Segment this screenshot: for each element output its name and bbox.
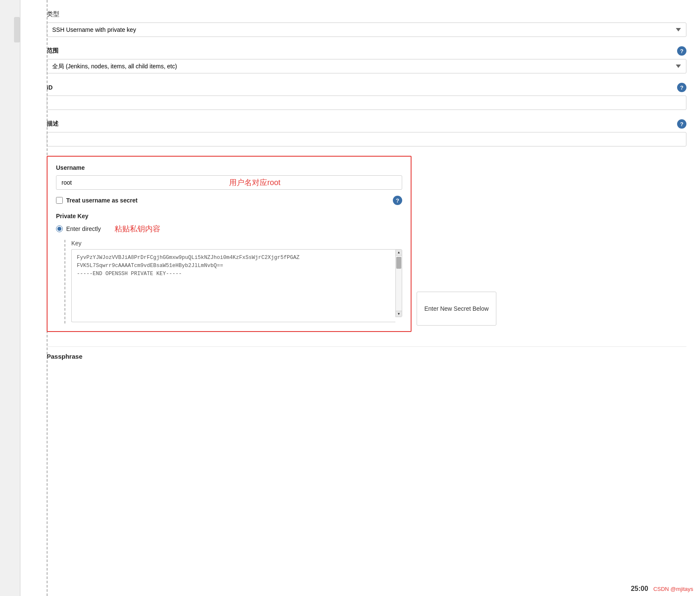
key-label: Key — [71, 240, 402, 247]
key-area-layout: FyvPzYJWJozVVBJiA8PrDrFCgjhGGmxw9puQLi5k… — [71, 249, 402, 323]
treat-as-secret-label: Treat username as secret — [66, 197, 137, 204]
status-bar: 25:00 CSDN @mjitays — [624, 582, 700, 596]
type-section: 类型 SSH Username with private keyUsername… — [47, 10, 686, 37]
passphrase-label: Passphrase — [47, 353, 686, 360]
sidebar-scrollbar-thumb[interactable] — [14, 17, 20, 42]
type-label: 类型 — [47, 10, 686, 18]
private-key-title: Private Key — [56, 213, 402, 219]
main-content: 类型 SSH Username with private keyUsername… — [20, 0, 700, 596]
desc-row: 描述 ? — [47, 119, 686, 129]
scope-row: 范围 ? — [47, 46, 686, 56]
site-label: CSDN — [653, 586, 669, 592]
scope-label: 范围 — [47, 47, 677, 55]
id-label: ID — [47, 84, 677, 91]
enter-directly-row: Enter directly 粘贴私钥内容 — [56, 224, 402, 234]
id-input[interactable] — [47, 96, 686, 110]
right-column: Enter New Secret Below — [412, 156, 496, 326]
scroll-up-button[interactable]: ▲ — [396, 250, 402, 256]
id-section: ID ? — [47, 83, 686, 110]
enter-new-secret-box: Enter New Secret Below — [417, 292, 496, 326]
key-dashed-left: Key FyvPzYJWJozVVBJiA8PrDrFCgjhGGmxw9puQ… — [64, 240, 402, 323]
scope-section: 范围 ? 全局 (Jenkins, nodes, items, all chil… — [47, 46, 686, 73]
time-badge: 25:00 — [631, 585, 648, 593]
passphrase-row: Passphrase — [47, 346, 686, 360]
key-textarea[interactable]: FyvPzYJWJozVVBJiA8PrDrFCgjhGGmxw9puQLi5k… — [71, 249, 395, 322]
csdn-badge: CSDN @mjitays — [653, 586, 693, 592]
id-help-icon[interactable]: ? — [677, 83, 686, 92]
scope-help-icon[interactable]: ? — [677, 46, 686, 56]
treat-as-secret-help-icon[interactable]: ? — [393, 196, 402, 205]
enter-directly-radio[interactable] — [56, 225, 63, 232]
scroll-thumb[interactable] — [396, 257, 401, 269]
key-section: Key FyvPzYJWJozVVBJiA8PrDrFCgjhGGmxw9puQ… — [64, 240, 402, 323]
paste-private-key-annotation: 粘贴私钥内容 — [115, 224, 160, 234]
type-select[interactable]: SSH Username with private keyUsername wi… — [47, 22, 686, 37]
credentials-section: Username root 用户名对应root Treat username a… — [47, 156, 412, 332]
desc-label: 描述 — [47, 120, 677, 128]
page-wrapper: 类型 SSH Username with private keyUsername… — [0, 0, 700, 596]
treat-as-secret-checkbox[interactable] — [56, 197, 63, 204]
desc-help-icon[interactable]: ? — [677, 119, 686, 129]
scope-select[interactable]: 全局 (Jenkins, nodes, items, all child ite… — [47, 59, 686, 73]
key-textarea-container: FyvPzYJWJozVVBJiA8PrDrFCgjhGGmxw9puQLi5k… — [71, 249, 395, 323]
enter-new-secret-text: Enter New Secret Below — [424, 305, 489, 312]
treat-as-secret-row: Treat username as secret ? — [56, 196, 402, 205]
desc-input[interactable] — [47, 132, 686, 146]
desc-section: 描述 ? — [47, 119, 686, 146]
username-input[interactable]: root — [56, 175, 402, 190]
username-label: Username — [56, 164, 402, 171]
private-key-section: Private Key Enter directly 粘贴私钥内容 Key Fy… — [56, 213, 402, 323]
enter-directly-label: Enter directly — [66, 225, 101, 232]
id-row: ID ? — [47, 83, 686, 92]
scroll-down-button[interactable]: ▼ — [396, 311, 402, 317]
key-textarea-scrollbar: ▲ ▼ — [395, 249, 402, 317]
username-input-row: root 用户名对应root — [56, 175, 402, 190]
user-label: @mjitays — [670, 586, 693, 592]
left-sidebar — [0, 0, 20, 596]
username-input-wrapper: root 用户名对应root — [56, 175, 402, 190]
